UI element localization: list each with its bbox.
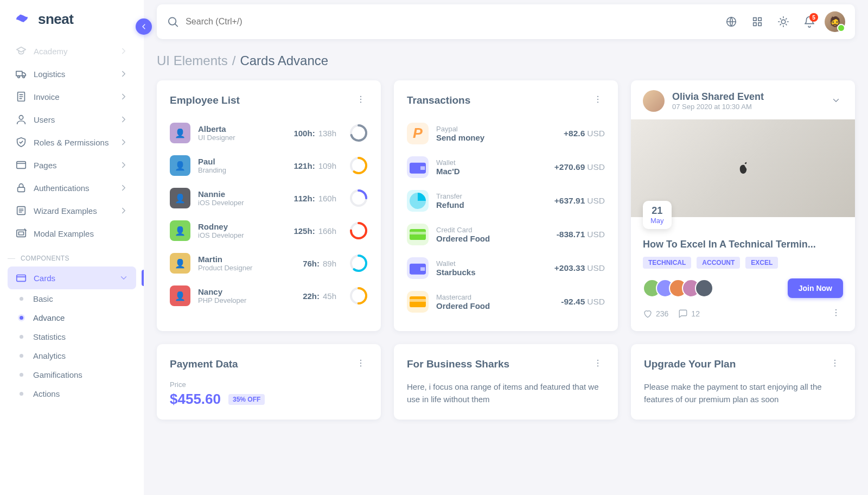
breadcrumb-parent[interactable]: UI Elements: [157, 53, 228, 68]
card-business-sharks: For Business Sharks Here, i focus ona ra…: [394, 344, 618, 420]
employee-row[interactable]: 👤 Rodney iOS Developer 125h: 166h: [170, 214, 368, 247]
transactions-title: Transactions: [407, 94, 470, 106]
transactions-more-button[interactable]: [591, 92, 605, 108]
transaction-main: Mac'D: [436, 167, 547, 176]
chevron-right-icon: [119, 92, 129, 101]
employee-row[interactable]: 👤 Alberta UI Designer 100h: 138h: [170, 117, 368, 149]
event-author-avatar[interactable]: [643, 90, 665, 112]
sidebar-subitem-advance[interactable]: Advance: [8, 308, 136, 327]
sidebar-item-roles-permissions[interactable]: Roles & Permissions: [8, 131, 136, 154]
dots-vertical-icon: [593, 358, 603, 368]
search[interactable]: [167, 15, 713, 28]
transaction-row[interactable]: Credit Card Ordered Food -838.71USD: [407, 218, 605, 251]
transaction-icon: [407, 190, 429, 212]
employee-title: Employee List: [170, 94, 240, 106]
join-button[interactable]: Join Now: [788, 278, 843, 298]
sidebar-subitem-actions[interactable]: Actions: [8, 384, 136, 403]
language-button[interactable]: [720, 11, 742, 33]
svg-point-47: [835, 315, 837, 316]
employee-hours-main: 125h:: [293, 226, 315, 236]
sidebar-item-modal-examples[interactable]: Modal Examples: [8, 222, 136, 245]
event-more-button[interactable]: [829, 306, 843, 321]
svg-point-52: [597, 363, 598, 364]
employee-row[interactable]: 👤 Nannie iOS Developer 112h: 160h: [170, 182, 368, 214]
event-heading: How To Excel In A Technical Termin...: [643, 239, 843, 250]
user-avatar[interactable]: 🧔: [825, 11, 845, 32]
transaction-row[interactable]: Mastercard Ordered Food -92.45USD: [407, 285, 605, 319]
sidebar-item-pages[interactable]: Pages: [8, 154, 136, 176]
file-icon: [15, 91, 27, 103]
transaction-row[interactable]: Wallet Mac'D +270.69USD: [407, 150, 605, 184]
apps-button[interactable]: [746, 11, 768, 33]
transaction-row[interactable]: Transfer Refund +637.91USD: [407, 184, 605, 218]
tag[interactable]: TECHNICAL: [643, 257, 691, 269]
svg-point-49: [360, 363, 361, 364]
sidebar-item-invoice[interactable]: Invoice: [8, 85, 136, 108]
sidebar-item-wizard-examples[interactable]: Wizard Examples: [8, 199, 136, 222]
breadcrumb-sep: /: [232, 53, 236, 68]
transaction-sub: Mastercard: [436, 293, 553, 301]
employee-role: UI Designer: [198, 134, 286, 142]
employee-more-button[interactable]: [354, 92, 368, 108]
event-timestamp: 07 Sep 2020 at 10:30 AM: [672, 103, 821, 111]
svg-point-34: [597, 99, 598, 100]
svg-rect-0: [16, 71, 22, 75]
event-comments[interactable]: 12: [678, 309, 700, 319]
chevron-down-icon: [119, 273, 129, 283]
nav-label: Pages: [34, 161, 112, 170]
sidebar-item-academy[interactable]: Academy: [8, 40, 136, 62]
business-more-button[interactable]: [591, 356, 605, 372]
business-title: For Business Sharks: [407, 358, 509, 370]
transaction-amount: +270.69USD: [554, 162, 605, 172]
sidebar-item-authentications[interactable]: Authentications: [8, 176, 136, 199]
search-input[interactable]: [186, 17, 713, 27]
sidebar-subitem-statistics[interactable]: Statistics: [8, 327, 136, 346]
sidebar-item-users[interactable]: Users: [8, 108, 136, 131]
transaction-sub: Paypal: [436, 125, 556, 133]
transaction-icon: [407, 291, 429, 313]
employee-avatar: 👤: [170, 253, 190, 274]
sidebar-subitem-gamifications[interactable]: Gamifications: [8, 365, 136, 384]
sidebar-subitem-analytics[interactable]: Analytics: [8, 346, 136, 365]
transaction-amount: +203.33USD: [554, 263, 605, 273]
progress-ring: [349, 156, 368, 175]
svg-point-53: [597, 365, 598, 366]
theme-button[interactable]: [773, 11, 794, 33]
tag[interactable]: EXCEL: [745, 257, 778, 269]
svg-rect-40: [410, 232, 426, 234]
event-day: 21: [650, 205, 664, 217]
employee-row[interactable]: 👤 Paul Branding 121h: 109h: [170, 149, 368, 182]
tag[interactable]: ACCOUNT: [697, 257, 740, 269]
employee-hours-sub: 109h: [318, 161, 336, 170]
subitem-label: Analytics: [33, 351, 66, 360]
employee-row[interactable]: 👤 Nancy PHP Developer 22h: 45h: [170, 280, 368, 312]
svg-rect-16: [758, 23, 762, 26]
sidebar-item-cards[interactable]: Cards: [8, 266, 136, 289]
card-upgrade-plan: Upgrade Your Plan Please make the paymen…: [631, 344, 855, 420]
sun-icon: [777, 16, 789, 28]
transaction-row[interactable]: Wallet Starbucks +203.33USD: [407, 251, 605, 285]
shield-icon: [15, 136, 27, 148]
upgrade-more-button[interactable]: [828, 356, 842, 372]
employee-row[interactable]: 👤 Martin Product Designer 76h: 89h: [170, 247, 368, 280]
event-likes[interactable]: 236: [643, 309, 668, 319]
employee-name: Martin: [198, 255, 295, 264]
attendee-avatar[interactable]: [695, 279, 713, 297]
svg-point-54: [834, 360, 835, 361]
sidebar-collapse-button[interactable]: [136, 18, 152, 35]
transaction-icon: [407, 224, 429, 245]
event-attendees[interactable]: [643, 279, 713, 297]
sidebar-item-logistics[interactable]: Logistics: [8, 62, 136, 85]
notifications-button[interactable]: 5: [799, 11, 820, 33]
event-expand-button[interactable]: [829, 93, 843, 109]
transaction-row[interactable]: P Paypal Send money +82.6USD: [407, 117, 605, 150]
progress-ring: [349, 287, 368, 305]
svg-point-50: [360, 365, 361, 366]
svg-rect-10: [17, 275, 26, 282]
employee-avatar: 👤: [170, 155, 190, 176]
transaction-sub: Transfer: [436, 192, 547, 200]
modal-icon: [15, 227, 27, 239]
transaction-icon: [407, 257, 429, 279]
sidebar-subitem-basic[interactable]: Basic: [8, 289, 136, 308]
payment-more-button[interactable]: [354, 356, 368, 372]
